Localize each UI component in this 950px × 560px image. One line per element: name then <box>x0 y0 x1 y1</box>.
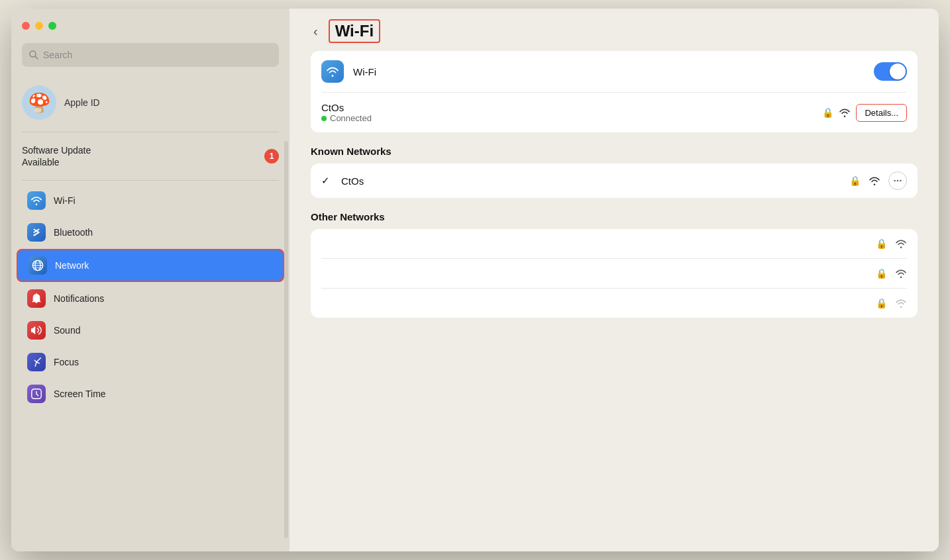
sidebar-item-label: Sound <box>54 325 80 336</box>
network-icons: 🔒 Details... <box>822 104 907 122</box>
other-network-row-2[interactable]: 🔒 <box>311 259 918 288</box>
svg-point-10 <box>900 180 902 182</box>
sidebar-item-screentime[interactable]: Screen Time <box>17 379 284 409</box>
connected-network-name: CtOs <box>321 102 814 113</box>
other-network-row-3[interactable]: 🔒 <box>311 289 918 318</box>
wifi-toggle-label: Wi-Fi <box>353 66 865 77</box>
sidebar-item-notifications[interactable]: Notifications <box>17 283 284 314</box>
other-network-row-1[interactable]: 🔒 <box>311 229 918 258</box>
divider-1 <box>22 132 279 132</box>
sidebar-item-label: Screen Time <box>54 389 106 399</box>
close-button[interactable] <box>22 22 30 30</box>
network-icon <box>28 256 47 275</box>
divider-2 <box>22 180 279 181</box>
known-wifi-icon <box>869 176 880 185</box>
details-button[interactable]: Details... <box>856 104 907 122</box>
other-wifi-icon-2 <box>895 269 907 278</box>
sidebar: Search 🍄 Apple ID Software UpdateAvailab… <box>11 9 290 551</box>
focus-icon <box>27 353 46 371</box>
wifi-card: Wi-Fi CtOs Connected <box>311 51 918 132</box>
more-options-button[interactable] <box>888 171 907 190</box>
update-badge: 1 <box>264 149 279 163</box>
svg-point-8 <box>894 180 896 182</box>
sidebar-item-focus[interactable]: Focus <box>17 347 284 377</box>
main-content: ‹ Wi-Fi Wi-Fi <box>290 9 939 551</box>
wifi-toggle-row: Wi-Fi <box>311 51 918 92</box>
known-network-name: CtOs <box>341 175 841 187</box>
wifi-toggle-switch[interactable] <box>874 62 907 81</box>
known-networks-card: ✓ CtOs 🔒 <box>311 163 918 198</box>
sidebar-item-label: Bluetooth <box>54 227 93 238</box>
screentime-icon <box>27 385 46 403</box>
main-header: ‹ Wi-Fi <box>290 9 939 51</box>
wifi-icon-big <box>321 60 344 83</box>
apple-id-section[interactable]: 🍄 Apple ID <box>11 77 290 128</box>
other-wifi-icon-3 <box>895 299 907 308</box>
minimize-button[interactable] <box>35 22 43 30</box>
avatar: 🍄 <box>22 85 56 120</box>
sidebar-scrollbar[interactable] <box>284 141 288 538</box>
maximize-button[interactable] <box>48 22 56 30</box>
known-networks-header: Known Networks <box>311 146 918 157</box>
other-wifi-icon-1 <box>895 239 907 248</box>
lock-icon: 🔒 <box>822 107 833 118</box>
wifi-signal-icon <box>839 108 851 117</box>
bluetooth-icon <box>27 223 46 242</box>
search-icon <box>28 50 39 60</box>
connected-network-row: CtOs Connected 🔒 Details... <box>311 93 918 132</box>
search-placeholder: Search <box>43 50 72 60</box>
sidebar-item-bluetooth[interactable]: Bluetooth <box>17 217 284 248</box>
sidebar-item-label: Network <box>55 260 89 271</box>
software-update-section[interactable]: Software UpdateAvailable 1 <box>11 136 290 176</box>
search-bar[interactable]: Search <box>22 43 279 67</box>
other-lock-icon-2: 🔒 <box>876 268 887 279</box>
sidebar-item-label: Wi-Fi <box>54 195 76 206</box>
content-body: Wi-Fi CtOs Connected <box>290 51 939 551</box>
connected-network-status: Connected <box>321 113 814 123</box>
titlebar <box>11 9 290 43</box>
sound-icon <box>27 321 46 340</box>
sidebar-item-label: Notifications <box>54 293 104 304</box>
main-window: Search 🍄 Apple ID Software UpdateAvailab… <box>11 9 939 551</box>
notifications-icon <box>27 289 46 308</box>
back-button[interactable]: ‹ <box>311 21 321 42</box>
status-dot-green <box>321 116 327 121</box>
known-lock-icon: 🔒 <box>849 175 861 186</box>
other-networks-header: Other Networks <box>311 211 918 222</box>
wifi-icon <box>27 191 46 210</box>
checkmark-icon: ✓ <box>321 175 333 187</box>
page-title: Wi-Fi <box>329 19 380 43</box>
other-networks-card: 🔒 🔒 <box>311 229 918 318</box>
svg-line-1 <box>35 56 38 59</box>
toggle-knob <box>890 64 906 79</box>
apple-id-label: Apple ID <box>64 97 100 108</box>
known-network-row: ✓ CtOs 🔒 <box>311 163 918 198</box>
svg-point-9 <box>897 180 899 182</box>
sidebar-item-label: Focus <box>54 357 79 367</box>
other-lock-icon-3: 🔒 <box>876 298 887 308</box>
sidebar-item-sound[interactable]: Sound <box>17 315 284 346</box>
other-lock-icon-1: 🔒 <box>876 238 887 249</box>
software-update-label: Software UpdateAvailable <box>22 144 91 168</box>
sidebar-item-network[interactable]: Network <box>17 249 284 282</box>
sidebar-item-wifi[interactable]: Wi-Fi <box>17 185 284 216</box>
